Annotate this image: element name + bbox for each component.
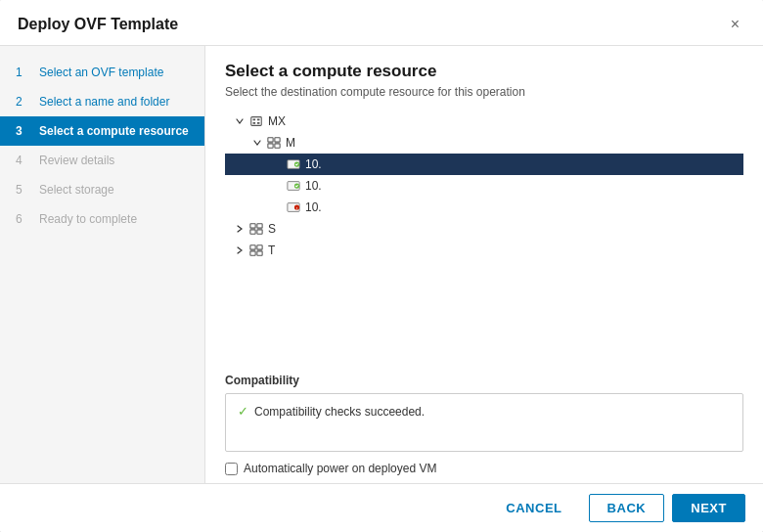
check-icon: ✓ [238, 404, 248, 419]
svg-rect-3 [253, 122, 256, 124]
node-label: M [286, 136, 295, 150]
step-num: 2 [16, 95, 31, 109]
step-label: Ready to complete [39, 212, 137, 226]
node-label: 10. [305, 157, 322, 171]
cluster-icon [248, 243, 264, 258]
svg-rect-4 [257, 122, 260, 124]
datacenter-icon [248, 113, 264, 129]
section-title: Select a compute resource [225, 62, 743, 81]
svg-rect-17 [257, 224, 262, 228]
step-num: 5 [16, 183, 31, 197]
compatibility-box: ✓ Compatibility checks succeeded. [225, 393, 743, 452]
svg-rect-21 [257, 245, 262, 249]
svg-rect-22 [250, 251, 255, 255]
auto-power-label[interactable]: Automatically power on deployed VM [244, 462, 436, 475]
chevron-icon [233, 222, 247, 236]
deploy-ovf-dialog: Deploy OVF Template × 1Select an OVF tem… [0, 0, 763, 532]
chevron-icon [270, 157, 284, 171]
sidebar-step-5: 5Select storage [0, 175, 204, 204]
dialog-body: 1Select an OVF template2Select a name an… [0, 46, 763, 483]
back-button[interactable]: BACK [589, 494, 665, 522]
host-ok-icon [286, 156, 301, 172]
step-num: 3 [16, 124, 31, 138]
step-label: Select a compute resource [39, 124, 189, 138]
step-label: Select a name and folder [39, 95, 169, 109]
cluster-icon [266, 135, 282, 151]
svg-rect-1 [253, 118, 256, 120]
step-num: 1 [16, 66, 31, 79]
sidebar-step-3[interactable]: 3Select a compute resource [0, 116, 204, 146]
node-label: MX [268, 114, 286, 128]
node-label: S [268, 222, 276, 236]
svg-rect-2 [257, 118, 260, 120]
step-num: 4 [16, 154, 31, 167]
cluster-icon [248, 221, 264, 237]
section-subtitle: Select the destination compute resource … [225, 85, 743, 99]
step-label: Select an OVF template [39, 66, 163, 79]
dialog-header: Deploy OVF Template × [0, 0, 763, 46]
svg-rect-16 [250, 224, 255, 228]
tree-node-10c[interactable]: ! 10. [225, 197, 743, 218]
chevron-icon [233, 244, 247, 257]
tree-node-10b[interactable]: 10. [225, 175, 743, 197]
sidebar-step-2[interactable]: 2Select a name and folder [0, 87, 204, 116]
tree-node-10a[interactable]: 10. [225, 154, 743, 175]
sidebar-step-4: 4Review details [0, 146, 204, 175]
tree-node-mx[interactable]: MX [225, 111, 743, 132]
compatibility-label: Compatibility [225, 374, 743, 387]
next-button[interactable]: NEXT [672, 494, 745, 522]
tree-node-m[interactable]: M [225, 132, 743, 154]
svg-rect-5 [268, 138, 273, 142]
dialog-title: Deploy OVF Template [18, 16, 178, 33]
auto-power-checkbox[interactable] [225, 463, 238, 475]
chevron-icon [270, 200, 284, 214]
tree-node-t[interactable]: T [225, 240, 743, 261]
svg-rect-0 [251, 117, 262, 126]
chevron-icon [250, 136, 264, 150]
compat-success-text: Compatibility checks succeeded. [254, 405, 425, 419]
compatibility-section: Compatibility ✓ Compatibility checks suc… [225, 366, 743, 452]
compat-success-row: ✓ Compatibility checks succeeded. [238, 404, 731, 419]
node-label: 10. [305, 179, 322, 193]
chevron-icon [270, 179, 284, 193]
step-num: 6 [16, 212, 31, 226]
tree-node-s[interactable]: S [225, 218, 743, 240]
step-label: Select storage [39, 183, 114, 197]
main-content: Select a compute resource Select the des… [205, 46, 763, 483]
cancel-button[interactable]: CANCEL [487, 494, 580, 522]
svg-rect-20 [250, 245, 255, 249]
sidebar-step-1[interactable]: 1Select an OVF template [0, 58, 204, 87]
host-ok-icon [286, 178, 301, 194]
host-err-icon: ! [286, 200, 301, 215]
tree-container[interactable]: MX M 10. 10. ! 10. [225, 111, 743, 358]
node-label: 10. [305, 200, 322, 214]
sidebar-step-6: 6Ready to complete [0, 204, 204, 234]
dialog-footer: CANCEL BACK NEXT [0, 483, 763, 532]
svg-rect-7 [268, 144, 273, 148]
node-label: T [268, 244, 275, 257]
sidebar: 1Select an OVF template2Select a name an… [0, 46, 205, 483]
svg-rect-6 [275, 138, 280, 142]
step-label: Review details [39, 154, 114, 167]
svg-rect-18 [250, 230, 255, 234]
close-button[interactable]: × [725, 14, 745, 35]
chevron-icon [233, 114, 247, 128]
svg-rect-23 [257, 251, 262, 255]
auto-power-row: Automatically power on deployed VM [225, 462, 743, 475]
svg-rect-19 [257, 230, 262, 234]
svg-rect-8 [275, 144, 280, 148]
